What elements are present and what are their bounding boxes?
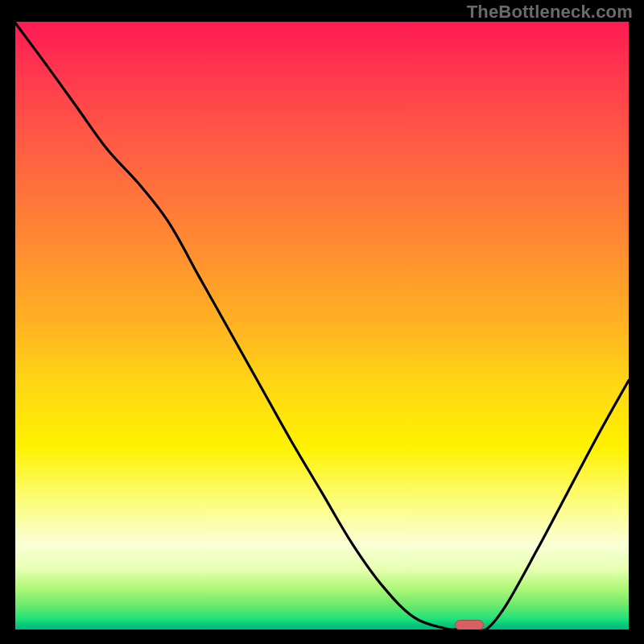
optimal-marker xyxy=(455,620,484,630)
plot-area xyxy=(15,22,629,630)
chart-container: TheBottleneck.com xyxy=(0,0,644,644)
watermark-text: TheBottleneck.com xyxy=(467,2,633,23)
curve-path xyxy=(15,23,629,630)
chart-curve xyxy=(15,22,629,630)
